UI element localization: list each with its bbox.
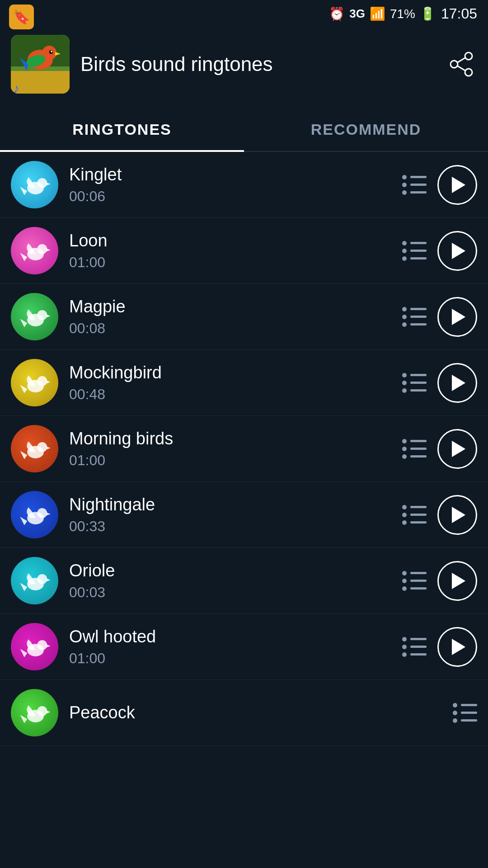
list-item[interactable]: Mockingbird 00:48 bbox=[0, 350, 488, 416]
svg-marker-39 bbox=[46, 644, 50, 647]
ringtone-duration: 00:48 bbox=[69, 386, 391, 403]
ringtone-info: Nightingale 00:33 bbox=[69, 495, 391, 535]
ringtone-icon bbox=[11, 359, 58, 406]
ringtone-controls bbox=[402, 561, 477, 601]
play-button[interactable] bbox=[437, 165, 477, 205]
svg-point-13 bbox=[465, 69, 472, 76]
play-button[interactable] bbox=[437, 297, 477, 337]
menu-icon[interactable] bbox=[402, 571, 427, 591]
tab-bar: RINGTONES RECOMMEND bbox=[0, 108, 488, 152]
svg-point-41 bbox=[37, 706, 47, 716]
svg-point-35 bbox=[37, 574, 47, 584]
ringtone-duration: 00:08 bbox=[69, 320, 391, 337]
play-triangle-icon bbox=[452, 441, 465, 457]
list-item[interactable]: Nightingale 00:33 bbox=[0, 482, 488, 548]
ringtone-info: Peacock bbox=[69, 703, 442, 722]
ringtone-icon bbox=[11, 689, 58, 736]
svg-point-32 bbox=[37, 508, 47, 518]
svg-marker-36 bbox=[46, 578, 50, 581]
ringtone-name: Loon bbox=[69, 231, 391, 250]
tab-recommend[interactable]: RECOMMEND bbox=[244, 108, 488, 151]
play-button[interactable] bbox=[437, 363, 477, 403]
list-item[interactable]: Morning birds 01:00 bbox=[0, 416, 488, 482]
ringtone-controls bbox=[402, 627, 477, 667]
list-item[interactable]: Magpie 00:08 bbox=[0, 284, 488, 350]
play-triangle-icon bbox=[452, 639, 465, 655]
ringtone-duration: 01:00 bbox=[69, 452, 391, 469]
menu-icon[interactable] bbox=[402, 241, 427, 261]
signal-icon: 📶 bbox=[370, 6, 385, 21]
menu-icon[interactable] bbox=[402, 373, 427, 393]
list-item[interactable]: Kinglet 00:06 bbox=[0, 152, 488, 218]
play-button[interactable] bbox=[437, 495, 477, 535]
svg-point-38 bbox=[37, 640, 47, 650]
play-button[interactable] bbox=[437, 231, 477, 271]
ringtone-name: Oriole bbox=[69, 561, 391, 580]
play-button[interactable] bbox=[437, 561, 477, 601]
svg-point-23 bbox=[37, 310, 47, 320]
network-type: 3G bbox=[349, 7, 365, 21]
play-button[interactable] bbox=[437, 429, 477, 469]
ringtone-name: Morning birds bbox=[69, 429, 391, 448]
ringtone-icon bbox=[11, 425, 58, 472]
svg-text:♪: ♪ bbox=[13, 81, 19, 94]
app-header: ♪ Birds sound ringtones bbox=[0, 28, 488, 101]
ringtone-icon bbox=[11, 161, 58, 208]
list-item[interactable]: Oriole 00:03 bbox=[0, 548, 488, 614]
ringtone-icon bbox=[11, 227, 58, 274]
menu-icon[interactable] bbox=[453, 703, 477, 723]
svg-marker-21 bbox=[46, 248, 50, 251]
status-time: 17:05 bbox=[441, 5, 477, 22]
menu-icon[interactable] bbox=[402, 637, 427, 657]
ringtone-name: Peacock bbox=[69, 703, 442, 722]
play-button[interactable] bbox=[437, 627, 477, 667]
status-bar: ⏰ 3G 📶 71% 🔋 17:05 bbox=[0, 0, 488, 28]
svg-point-29 bbox=[37, 442, 47, 452]
ringtone-controls bbox=[402, 231, 477, 271]
menu-icon[interactable] bbox=[402, 175, 427, 195]
play-triangle-icon bbox=[452, 507, 465, 523]
menu-icon[interactable] bbox=[402, 307, 427, 327]
ringtone-info: Kinglet 00:06 bbox=[69, 165, 391, 205]
svg-point-20 bbox=[37, 244, 47, 254]
play-triangle-icon bbox=[452, 573, 465, 589]
svg-point-7 bbox=[51, 51, 52, 52]
ringtone-icon bbox=[11, 491, 58, 538]
alarm-icon: ⏰ bbox=[329, 6, 345, 21]
ringtone-controls bbox=[453, 703, 477, 723]
ringtone-icon bbox=[11, 293, 58, 340]
tab-ringtones[interactable]: RINGTONES bbox=[0, 108, 244, 151]
list-item[interactable]: Peacock bbox=[0, 680, 488, 746]
ringtone-controls bbox=[402, 363, 477, 403]
list-item[interactable]: Owl hooted 01:00 bbox=[0, 614, 488, 680]
ringtone-info: Magpie 00:08 bbox=[69, 297, 391, 337]
ringtone-name: Kinglet bbox=[69, 165, 391, 184]
svg-marker-24 bbox=[46, 314, 50, 317]
ringtone-duration: 01:00 bbox=[69, 254, 391, 271]
share-button[interactable] bbox=[446, 48, 477, 80]
battery-icon: 🔋 bbox=[420, 6, 436, 21]
svg-marker-18 bbox=[46, 182, 50, 185]
app-logo: ♪ bbox=[11, 35, 70, 94]
ringtone-info: Loon 01:00 bbox=[69, 231, 391, 271]
ringtone-duration: 00:06 bbox=[69, 188, 391, 205]
svg-point-12 bbox=[450, 61, 458, 68]
svg-marker-42 bbox=[46, 710, 50, 713]
ringtone-duration: 00:03 bbox=[69, 584, 391, 601]
list-item[interactable]: Loon 01:00 bbox=[0, 218, 488, 284]
app-notification-icon: 🔖 bbox=[9, 5, 34, 29]
ringtone-name: Owl hooted bbox=[69, 627, 391, 646]
menu-icon[interactable] bbox=[402, 505, 427, 525]
ringtone-controls bbox=[402, 297, 477, 337]
ringtone-duration: 00:33 bbox=[69, 518, 391, 535]
ringtone-controls bbox=[402, 165, 477, 205]
ringtone-controls bbox=[402, 429, 477, 469]
svg-point-17 bbox=[37, 178, 47, 188]
svg-marker-30 bbox=[46, 446, 50, 449]
app-title: Birds sound ringtones bbox=[80, 53, 435, 75]
svg-marker-33 bbox=[46, 512, 50, 515]
ringtone-icon bbox=[11, 557, 58, 604]
menu-icon[interactable] bbox=[402, 439, 427, 459]
ringtone-info: Mockingbird 00:48 bbox=[69, 363, 391, 403]
play-triangle-icon bbox=[452, 177, 465, 193]
